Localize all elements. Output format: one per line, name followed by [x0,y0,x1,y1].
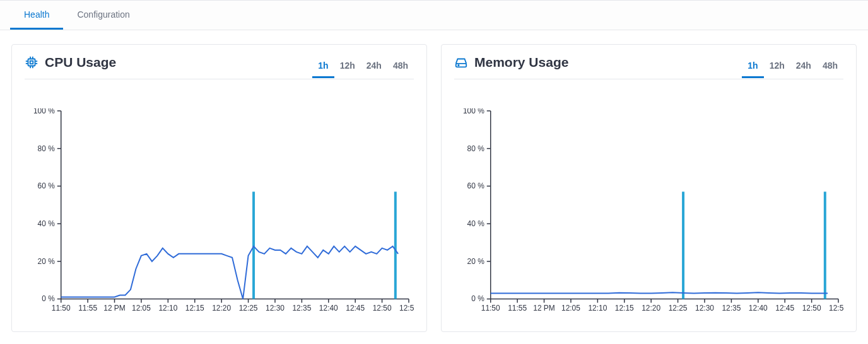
memory-chart: 0 %20 %40 %60 %80 %100 %11:5011:5512 PM1… [454,108,843,315]
y-tick-label: 0 % [42,294,55,303]
y-tick-label: 100 % [463,108,484,115]
range-option-1h[interactable]: 1h [742,57,763,78]
range-option-24h[interactable]: 24h [790,57,817,78]
panel-cpu-usage: CPU Usage 1h 12h 24h 48h 0 %20 %40 %60 %… [11,44,427,332]
x-tick-label: 12:45 [775,304,794,312]
panel-title-wrap: Memory Usage [454,55,568,70]
y-tick-label: 60 % [38,181,56,190]
range-option-12h[interactable]: 12h [764,57,790,78]
y-tick-label: 80 % [38,144,56,153]
svg-point-33 [458,65,459,66]
x-tick-label: 12:25 [239,304,258,312]
svg-rect-0 [28,59,35,66]
range-option-24h[interactable]: 24h [361,57,387,78]
y-tick-label: 60 % [467,181,485,190]
panels-row: CPU Usage 1h 12h 24h 48h 0 %20 %40 %60 %… [0,30,868,344]
x-tick-label: 12:05 [132,304,151,312]
series-line [491,292,828,293]
x-tick-label: 12:55 [399,304,414,312]
time-range-picker: 1h 12h 24h 48h [312,57,414,69]
x-tick-label: 12:15 [615,304,634,312]
y-tick-label: 40 % [38,219,56,228]
range-option-12h[interactable]: 12h [334,57,361,78]
x-tick-label: 11:55 [78,304,97,312]
cpu-chart: 0 %20 %40 %60 %80 %100 %11:5011:5512 PM1… [25,108,414,315]
tab-configuration[interactable]: Configuration [63,1,143,30]
time-range-picker: 1h 12h 24h 48h [742,57,843,69]
x-tick-label: 12:20 [212,304,231,312]
x-tick-label: 12:50 [373,304,392,312]
tab-health[interactable]: Health [10,1,63,30]
x-tick-label: 11:50 [52,304,71,312]
y-tick-label: 20 % [467,257,485,266]
panel-title: CPU Usage [45,55,116,70]
x-tick-label: 12 PM [103,304,126,312]
x-tick-label: 12:10 [588,304,607,312]
panel-title: Memory Usage [474,55,568,70]
drive-icon [454,55,468,69]
panel-memory-usage: Memory Usage 1h 12h 24h 48h 0 %20 %40 %6… [441,44,857,332]
x-tick-label: 12:10 [158,304,177,312]
x-tick-label: 12:25 [669,304,688,312]
y-tick-label: 0 % [471,294,484,303]
cpu-icon [25,55,38,69]
x-tick-label: 12:20 [642,304,660,312]
x-tick-label: 12 PM [533,304,555,312]
x-tick-label: 12:05 [561,304,580,312]
y-tick-label: 20 % [38,257,56,266]
svg-rect-1 [30,61,33,64]
x-tick-label: 12:30 [266,304,284,312]
range-option-48h[interactable]: 48h [387,57,414,78]
x-tick-label: 11:55 [508,304,527,312]
series-line [61,246,398,299]
y-tick-label: 40 % [467,219,485,228]
panel-header: CPU Usage 1h 12h 24h 48h [25,55,414,79]
tab-bar: Health Configuration [0,0,868,30]
range-option-1h[interactable]: 1h [312,57,334,78]
x-tick-label: 12:50 [802,304,821,312]
x-tick-label: 12:40 [749,304,768,312]
x-tick-label: 12:30 [695,304,714,312]
panel-title-wrap: CPU Usage [25,55,116,70]
chart-svg: 0 %20 %40 %60 %80 %100 %11:5011:5512 PM1… [25,108,414,315]
chart-svg: 0 %20 %40 %60 %80 %100 %11:5011:5512 PM1… [454,108,843,315]
range-option-48h[interactable]: 48h [817,57,843,78]
y-tick-label: 80 % [467,144,485,153]
panel-header: Memory Usage 1h 12h 24h 48h [454,55,843,79]
svg-rect-32 [456,64,467,67]
x-tick-label: 12:35 [722,304,741,312]
x-tick-label: 12:40 [319,304,338,312]
x-tick-label: 12:45 [346,304,365,312]
x-tick-label: 11:50 [481,304,500,312]
y-tick-label: 100 % [33,108,55,115]
x-tick-label: 12:15 [185,304,204,312]
x-tick-label: 12:35 [292,304,311,312]
x-tick-label: 12:55 [829,304,843,312]
